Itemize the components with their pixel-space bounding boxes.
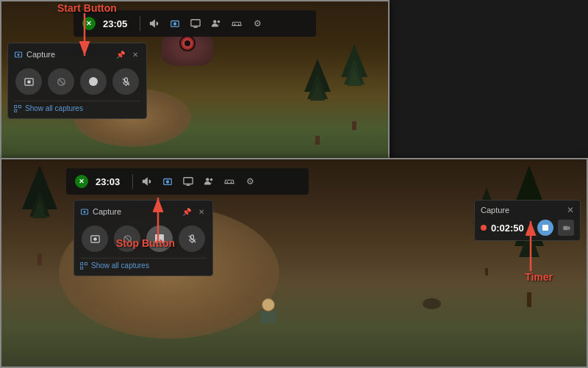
- svg-rect-42: [85, 262, 87, 264]
- widget-controls-bottom: 📌 ✕: [182, 206, 207, 217]
- gamebar-bottom: ✕ 23:03 ⚙: [66, 168, 309, 195]
- start-button-arrow: [77, 13, 121, 72]
- bar-icon-volume-bottom[interactable]: [140, 175, 154, 188]
- start-record-button-top[interactable]: [80, 68, 107, 95]
- svg-line-15: [58, 79, 64, 84]
- mic-off-button-bottom[interactable]: [179, 226, 205, 252]
- close-button-top[interactable]: ✕: [130, 49, 140, 59]
- xbox-icon-bottom[interactable]: ✕: [75, 175, 88, 188]
- svg-rect-43: [81, 267, 83, 269]
- recording-dot: [481, 225, 487, 231]
- svg-point-11: [18, 54, 20, 56]
- svg-point-31: [231, 181, 232, 183]
- bar-icon-settings-top[interactable]: ⚙: [251, 17, 264, 30]
- bar-icon-people-top[interactable]: [209, 17, 223, 30]
- svg-point-35: [93, 237, 97, 241]
- screenshot-button-bottom[interactable]: [82, 226, 108, 252]
- close-button-bottom[interactable]: ✕: [196, 206, 207, 217]
- stop-button-arrow: [151, 195, 165, 242]
- svg-point-5: [213, 20, 216, 23]
- timer-cam-button[interactable]: [558, 220, 574, 236]
- divider-bottom: [132, 174, 133, 189]
- svg-point-23: [166, 180, 169, 183]
- record-off-button-top[interactable]: [48, 68, 74, 95]
- bar-icon-controller-bottom[interactable]: [223, 175, 236, 188]
- bar-icon-volume-top[interactable]: [148, 17, 161, 30]
- widget-header-bottom: Capture 📌 ✕: [80, 206, 207, 220]
- show-all-link-top[interactable]: Show all captures: [14, 101, 140, 112]
- bar-icon-people-bottom[interactable]: [202, 175, 215, 188]
- svg-rect-19: [15, 105, 17, 107]
- timer-title: Capture: [481, 206, 509, 214]
- timer-close-button[interactable]: ✕: [567, 205, 574, 215]
- screenshot-button-top[interactable]: [15, 68, 42, 95]
- svg-marker-45: [567, 226, 570, 230]
- stop-button-label: Stop Button: [116, 237, 175, 249]
- svg-rect-2: [191, 20, 200, 26]
- svg-rect-41: [81, 262, 83, 264]
- svg-rect-20: [18, 105, 21, 107]
- bar-icon-display-top[interactable]: [189, 17, 202, 30]
- svg-point-13: [27, 80, 31, 84]
- mic-off-button-top[interactable]: [112, 68, 139, 95]
- timer-stop-button[interactable]: [537, 220, 553, 236]
- capture-buttons-top: [14, 68, 140, 95]
- svg-point-27: [206, 178, 209, 181]
- svg-rect-24: [184, 178, 193, 184]
- bar-icon-display-bottom[interactable]: [182, 175, 195, 188]
- svg-point-33: [84, 211, 86, 213]
- widget-title-top: Capture: [14, 50, 55, 59]
- show-all-link-bottom[interactable]: Show all captures: [80, 258, 207, 270]
- svg-point-9: [238, 24, 240, 25]
- svg-rect-44: [563, 226, 567, 230]
- time-bottom: 23:03: [96, 176, 125, 187]
- svg-rect-21: [15, 109, 17, 112]
- pin-button-bottom[interactable]: 📌: [182, 206, 192, 217]
- bar-icon-settings-bottom[interactable]: ⚙: [243, 175, 257, 188]
- bar-icon-capture-top[interactable]: [168, 17, 182, 30]
- start-button-label: Start Button: [57, 2, 117, 14]
- timer-arrow: [523, 218, 538, 273]
- svg-point-6: [218, 21, 220, 24]
- widget-title-bottom: Capture: [80, 207, 121, 216]
- svg-point-28: [210, 178, 213, 181]
- stop-button-annotation: Stop Button: [116, 237, 175, 250]
- svg-point-1: [173, 22, 176, 25]
- bar-icon-capture-bottom[interactable]: [161, 175, 174, 188]
- bar-icon-controller-top[interactable]: [230, 17, 243, 30]
- divider-top: [140, 16, 140, 31]
- timer-header: Capture ✕: [481, 205, 574, 215]
